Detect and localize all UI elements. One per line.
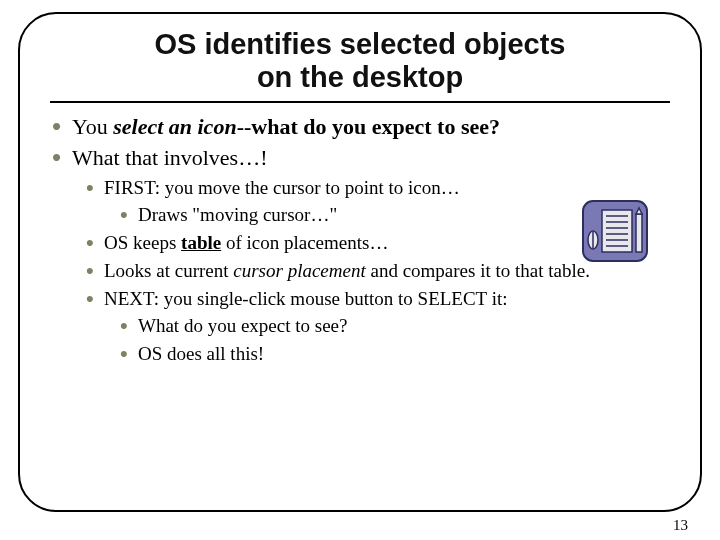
bullet-1-post: --what do you expect to see? <box>237 114 500 139</box>
bullet-2: What that involves…! <box>52 144 670 172</box>
slide-content: You select an icon--what do you expect t… <box>50 113 670 366</box>
bullet-2-4: NEXT: you single-click mouse button to S… <box>86 287 670 311</box>
bullet-2-2-link: table <box>181 232 221 253</box>
slide-title: OS identifies selected objects on the de… <box>50 28 670 95</box>
bullet-2-3-emph: cursor placement <box>233 260 365 281</box>
bullet-2-1-text: FIRST: you move the cursor to point to i… <box>104 177 460 198</box>
title-line-1: OS identifies selected objects <box>155 28 566 60</box>
page-number: 13 <box>673 517 688 534</box>
bullet-2-3-post: and compares it to that table. <box>366 260 590 281</box>
bullet-2-1: FIRST: you move the cursor to point to i… <box>86 176 670 200</box>
title-line-2: on the desktop <box>257 61 463 93</box>
bullet-1: You select an icon--what do you expect t… <box>52 113 670 141</box>
bullet-2-4-1-text: What do you expect to see? <box>138 315 347 336</box>
bullet-1-pre: You <box>72 114 113 139</box>
bullet-2-text: What that involves…! <box>72 145 268 170</box>
bullet-2-4-text: NEXT: you single-click mouse button to S… <box>104 288 507 309</box>
bullet-2-2-pre: OS keeps <box>104 232 181 253</box>
bullet-2-1-1-text: Draws "moving cursor…" <box>138 204 337 225</box>
bullet-2-4-1: What do you expect to see? <box>120 314 670 338</box>
bullet-2-3: Looks at current cursor placement and co… <box>86 259 670 283</box>
slide-frame: OS identifies selected objects on the de… <box>18 12 702 512</box>
bullet-2-4-2-text: OS does all this! <box>138 343 264 364</box>
bullet-1-emph: select an icon <box>113 114 236 139</box>
bullet-2-3-pre: Looks at current <box>104 260 233 281</box>
svg-rect-10 <box>636 214 642 252</box>
bullet-2-4-2: OS does all this! <box>120 342 670 366</box>
title-underline <box>50 101 670 103</box>
bullet-2-2-post: of icon placements… <box>221 232 388 253</box>
desktop-clipart-icon <box>582 200 648 262</box>
